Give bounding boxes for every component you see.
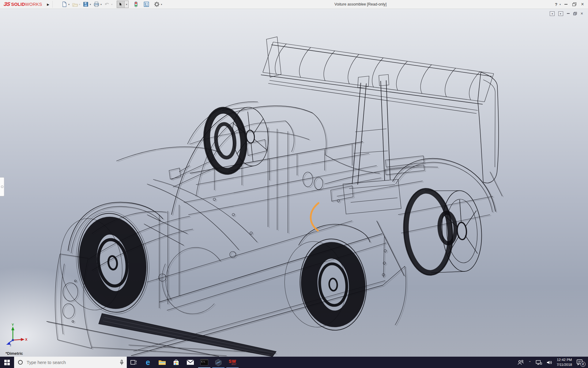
windows-logo-icon [4,360,10,365]
notification-badge: 2 [580,362,586,367]
taskbar: e C:\ [0,357,588,368]
taskbar-icon-file-explorer[interactable] [155,357,169,368]
new-document-icon [61,1,67,7]
settings-gear-icon [154,1,160,7]
undo-icon [104,1,110,7]
close-button[interactable]: × [579,1,586,8]
solidworks-logo: ЗS SOLIDWORKS [0,0,44,9]
options-list-icon [143,1,149,7]
cortana-circle-icon [18,360,23,365]
feature-manager-collapsed-tab[interactable] [0,177,4,196]
undo-button: ▾ [104,1,113,8]
command-prompt-icon: C:\ [200,359,208,366]
triad-x-label: X [25,338,28,341]
orientation-triad: Y X Z [3,322,29,346]
microphone-icon[interactable] [120,360,124,365]
brand-name-bold: SOLID [11,2,25,7]
print-button[interactable]: ▾ [93,1,102,8]
wheel-rear-near[interactable] [281,236,370,334]
taskbar-icon-solidworks[interactable]: SW 2017 [225,357,239,368]
wheel-rear-far[interactable] [401,185,484,276]
options-list-button[interactable] [143,1,150,8]
next-pane-icon[interactable]: ▸ [558,11,563,16]
prev-pane-icon[interactable]: ◂ [550,11,555,16]
people-icon[interactable] [517,360,524,365]
window-controls: ? ▾ × [554,0,586,9]
file-explorer-icon [158,359,166,366]
triad-y-label: Y [12,323,14,327]
open-icon [72,1,78,7]
doc-close-button[interactable]: × [581,11,583,16]
rear-wing[interactable] [261,37,499,214]
solidworks-2017-icon: SW 2017 [229,359,236,365]
document-window-controls: ◂ ▸ × [550,11,583,16]
select-tool-caret[interactable]: ▾ [125,1,128,8]
open-caret: ▾ [79,3,80,6]
task-view-icon [130,359,138,366]
minimize-button[interactable] [563,1,569,8]
toolbar-separator [52,1,53,8]
doc-restore-icon [573,12,577,15]
select-cursor-icon[interactable] [117,1,125,8]
undo-caret: ▾ [111,3,112,6]
taskbar-icon-edge[interactable]: e [141,357,155,368]
hex-app-icon [215,359,222,366]
rebuild-button[interactable] [133,1,139,8]
tray-expand-chevron-icon[interactable]: ⌃ [528,361,531,364]
rebuild-traffic-light-icon [134,1,138,7]
view-orientation-label: *Dimetric [6,351,23,356]
taskbar-icon-mail[interactable] [183,357,197,368]
menu-expand-icon[interactable]: ▶ [47,3,49,6]
print-icon [93,1,100,7]
taskbar-icon-hex-app[interactable] [211,357,225,368]
triad-z-label: Z [10,344,11,346]
help-button[interactable]: ? [554,1,558,8]
selected-edge-highlight[interactable] [311,203,318,231]
wireframe-car-model[interactable] [0,9,588,357]
tray-clock[interactable]: 12:42 PM 7/11/2018 [557,358,572,367]
tab-dot-icon [1,186,3,188]
print-caret[interactable]: ▾ [100,3,102,6]
network-icon[interactable] [536,360,542,365]
restore-button[interactable] [571,1,577,8]
search-input[interactable] [26,360,120,365]
window-title: Voiture assomblee [Read-only] [334,2,386,6]
open-button[interactable]: ▾ [71,1,81,8]
taskbar-icon-store[interactable] [169,357,183,368]
tray-time: 12:42 PM [557,358,572,362]
taskbar-icon-command-prompt[interactable]: C:\ [197,357,211,368]
solidworks-logo-glyph: ЗS [3,1,10,7]
volume-icon[interactable] [546,360,552,365]
settings-caret[interactable]: ▾ [161,3,162,6]
help-caret[interactable]: ▾ [560,3,561,6]
save-button[interactable]: ▾ [82,1,92,8]
tray-date: 7/11/2018 [557,363,572,366]
taskbar-search[interactable] [14,357,127,368]
select-tool-group[interactable]: ▾ [117,1,129,8]
graphics-viewport[interactable]: ◂ ▸ × Y X Z *Dimetric [0,9,588,357]
command-prompt-text: C:\ [201,361,205,363]
save-icon [83,1,89,7]
titlebar: ЗS SOLIDWORKS ▶ ▾ ▾ ▾ ▾ [0,0,588,9]
wheel-front-far[interactable] [202,104,272,175]
doc-minimize-button[interactable] [567,13,570,14]
mail-icon [187,359,194,365]
edge-icon: e [146,358,150,366]
doc-restore-button[interactable] [573,12,577,15]
wheel-front-left[interactable] [54,207,156,321]
restore-icon [572,2,576,6]
brand-name-light: WORKS [25,2,42,7]
start-button[interactable] [0,357,14,368]
save-caret[interactable]: ▾ [90,3,91,6]
task-view-button[interactable] [127,357,141,368]
action-center-button[interactable]: 2 [576,359,584,366]
microsoft-store-icon [173,359,179,366]
new-document-button[interactable]: ▾ [61,1,70,8]
new-document-caret[interactable]: ▾ [68,3,70,6]
system-tray: ⌃ 12:42 PM 7/11/2018 [517,357,588,368]
settings-button[interactable]: ▾ [153,1,163,8]
